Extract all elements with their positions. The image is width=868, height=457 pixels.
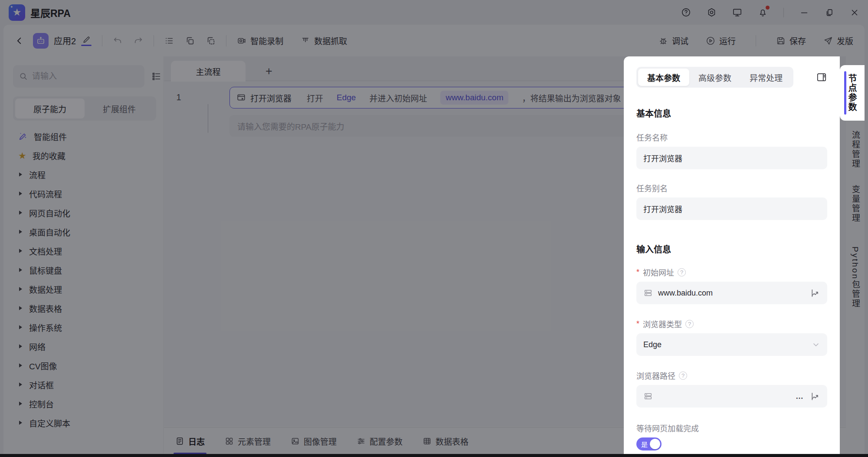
field-label-text: 等待网页加载完成 xyxy=(636,422,699,434)
task-name-label: 任务名称 xyxy=(636,132,827,143)
toggle-on-label: 是 xyxy=(641,440,648,449)
tab-advanced-params[interactable]: 高级参数 xyxy=(689,69,740,86)
task-alias-input[interactable] xyxy=(643,204,820,214)
browser-path-field[interactable]: … xyxy=(636,385,827,408)
section-input-info: 输入信息 xyxy=(636,243,827,255)
node-params-drawer: 基本参数 高级参数 异常处理 基本信息 任务名称 任务别名 输入信息 * 初始网… xyxy=(624,56,840,454)
field-label-text: 任务别名 xyxy=(636,182,668,194)
collapse-panel-icon[interactable] xyxy=(816,72,827,83)
variable-chart-icon[interactable] xyxy=(810,288,820,298)
tab-exception-handling[interactable]: 异常处理 xyxy=(740,69,792,86)
app-window: ✦★ 星辰RPA 应用2 xyxy=(0,0,868,457)
task-name-input[interactable] xyxy=(643,154,820,163)
initial-url-label: * 初始网址 ? xyxy=(636,266,827,278)
initial-url-input[interactable] xyxy=(658,289,805,298)
selected-browser-value: Edge xyxy=(643,340,662,349)
wait-load-toggle[interactable]: 是 xyxy=(636,437,662,450)
initial-url-field[interactable] xyxy=(636,282,827,304)
rail-tab-label: 节点参数 xyxy=(846,74,858,112)
toggle-knob xyxy=(650,439,660,449)
field-label-text: 任务名称 xyxy=(636,132,668,143)
task-alias-label: 任务别名 xyxy=(636,182,827,194)
active-rail-indicator xyxy=(844,71,846,115)
browser-type-label: * 浏览器类型 ? xyxy=(636,318,827,329)
field-label-text: 浏览器路径 xyxy=(636,370,675,381)
variable-chart-icon[interactable] xyxy=(810,391,820,401)
chevron-down-icon xyxy=(812,340,820,349)
stacked-rows-icon xyxy=(643,391,653,401)
stacked-rows-icon xyxy=(643,288,653,298)
field-label-text: 浏览器类型 xyxy=(643,318,682,329)
required-asterisk: * xyxy=(636,268,639,277)
rail-tab-node-params[interactable]: 节点参数 xyxy=(840,65,865,121)
task-alias-field[interactable] xyxy=(636,197,827,220)
browser-path-input[interactable] xyxy=(658,392,790,401)
window-bottom-edge xyxy=(0,454,868,457)
task-name-field[interactable] xyxy=(636,147,827,169)
help-circle-icon[interactable]: ? xyxy=(685,320,694,328)
section-basic-info: 基本信息 xyxy=(636,107,827,119)
help-circle-icon[interactable]: ? xyxy=(678,268,686,276)
inspector-tabs: 基本参数 高级参数 异常处理 xyxy=(636,67,793,88)
browser-type-select[interactable]: Edge xyxy=(636,333,827,356)
tab-basic-params[interactable]: 基本参数 xyxy=(638,69,689,86)
browse-file-button[interactable]: … xyxy=(796,392,804,401)
help-circle-icon[interactable]: ? xyxy=(679,372,687,380)
browser-path-label: 浏览器路径 ? xyxy=(636,370,827,381)
required-asterisk: * xyxy=(636,319,639,329)
field-label-text: 初始网址 xyxy=(643,266,674,278)
wait-load-label: 等待网页加载完成 xyxy=(636,422,827,434)
